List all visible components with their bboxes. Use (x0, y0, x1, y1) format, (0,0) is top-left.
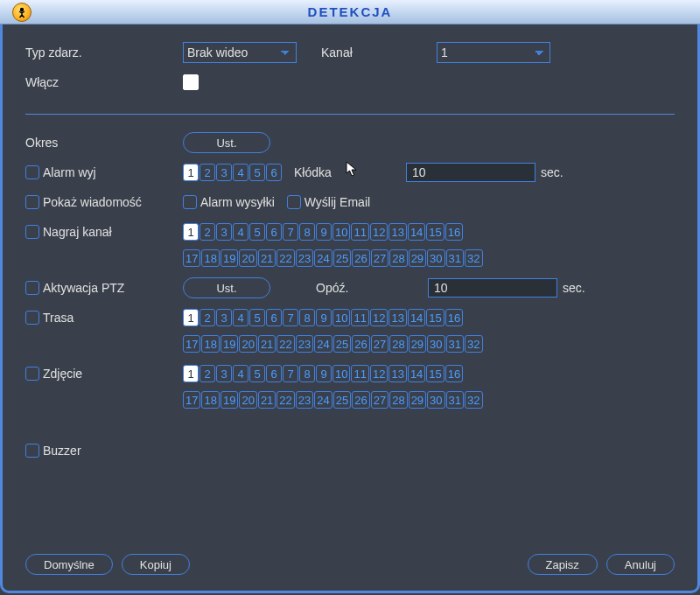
alarm-upload-checkbox[interactable] (183, 195, 197, 209)
channel-box-23[interactable]: 23 (296, 335, 313, 353)
channel-box-27[interactable]: 27 (371, 249, 388, 267)
copy-button[interactable]: Kopiuj (122, 554, 190, 575)
channel-box-1[interactable]: 1 (183, 309, 199, 326)
channel-box-30[interactable]: 30 (427, 335, 444, 353)
channel-box-24[interactable]: 24 (314, 391, 332, 409)
channel-box-27[interactable]: 27 (371, 391, 388, 409)
channel-box-13[interactable]: 13 (388, 223, 406, 241)
channel-box-24[interactable]: 24 (314, 335, 332, 353)
buzzer-checkbox[interactable] (25, 444, 39, 458)
channel-box-31[interactable]: 31 (446, 335, 464, 353)
channel-box-1[interactable]: 1 (183, 223, 199, 241)
channel-box-17[interactable]: 17 (183, 249, 200, 267)
channel-box-16[interactable]: 16 (445, 365, 463, 382)
channel-box-10[interactable]: 10 (332, 365, 350, 382)
channel-box-30[interactable]: 30 (427, 391, 444, 409)
channel-box-2[interactable]: 2 (200, 164, 215, 181)
channel-box-12[interactable]: 12 (370, 309, 388, 326)
channel-box-22[interactable]: 22 (276, 249, 294, 267)
channel-box-18[interactable]: 18 (201, 391, 219, 409)
channel-box-29[interactable]: 29 (409, 249, 426, 267)
channel-box-4[interactable]: 4 (233, 309, 248, 326)
channel-box-4[interactable]: 4 (233, 223, 248, 241)
channel-box-15[interactable]: 15 (426, 309, 444, 326)
channel-box-6[interactable]: 6 (266, 223, 282, 241)
channel-box-15[interactable]: 15 (426, 223, 444, 241)
channel-box-28[interactable]: 28 (389, 249, 407, 267)
channel-box-4[interactable]: 4 (233, 164, 248, 181)
channel-box-23[interactable]: 23 (296, 249, 313, 267)
record-ch-checkbox[interactable] (25, 225, 39, 239)
channel-box-4[interactable]: 4 (233, 365, 248, 382)
latch-input[interactable] (406, 163, 536, 182)
channel-box-12[interactable]: 12 (370, 223, 388, 241)
channel-box-19[interactable]: 19 (220, 249, 238, 267)
channel-box-29[interactable]: 29 (409, 335, 426, 353)
channel-box-25[interactable]: 25 (333, 391, 351, 409)
channel-box-16[interactable]: 16 (445, 309, 463, 326)
channel-box-19[interactable]: 19 (220, 335, 238, 353)
channel-box-25[interactable]: 25 (333, 335, 351, 353)
event-type-select[interactable]: Brak wideo (183, 42, 297, 63)
channel-box-3[interactable]: 3 (216, 223, 232, 241)
channel-box-1[interactable]: 1 (183, 164, 199, 181)
channel-box-6[interactable]: 6 (266, 365, 282, 382)
period-set-button[interactable]: Ust. (183, 132, 270, 153)
enable-checkbox[interactable] (183, 74, 199, 90)
channel-box-32[interactable]: 32 (465, 249, 482, 267)
channel-box-19[interactable]: 19 (220, 391, 238, 409)
alarm-out-checkbox[interactable] (25, 165, 39, 179)
save-button[interactable]: Zapisz (528, 554, 598, 575)
channel-box-2[interactable]: 2 (200, 309, 215, 326)
channel-box-10[interactable]: 10 (332, 223, 350, 241)
ptz-set-button[interactable]: Ust. (183, 277, 270, 298)
channel-box-28[interactable]: 28 (389, 335, 407, 353)
channel-box-31[interactable]: 31 (446, 391, 464, 409)
channel-box-21[interactable]: 21 (258, 391, 276, 409)
channel-box-14[interactable]: 14 (408, 223, 425, 241)
cancel-button[interactable]: Anuluj (606, 554, 675, 575)
channel-box-5[interactable]: 5 (249, 309, 265, 326)
channel-box-14[interactable]: 14 (408, 365, 425, 382)
channel-box-32[interactable]: 32 (465, 335, 482, 353)
channel-box-22[interactable]: 22 (276, 335, 294, 353)
channel-box-24[interactable]: 24 (314, 249, 332, 267)
channel-box-3[interactable]: 3 (216, 309, 232, 326)
channel-box-9[interactable]: 9 (316, 365, 332, 382)
channel-box-15[interactable]: 15 (426, 365, 444, 382)
channel-box-14[interactable]: 14 (408, 309, 425, 326)
default-button[interactable]: Domyślne (25, 554, 113, 575)
channel-box-22[interactable]: 22 (276, 391, 294, 409)
channel-box-5[interactable]: 5 (249, 223, 265, 241)
channel-box-3[interactable]: 3 (216, 365, 232, 382)
channel-box-9[interactable]: 9 (316, 223, 332, 241)
channel-box-26[interactable]: 26 (352, 249, 369, 267)
channel-box-1[interactable]: 1 (183, 365, 199, 382)
channel-box-7[interactable]: 7 (283, 223, 298, 241)
channel-box-16[interactable]: 16 (445, 223, 463, 241)
channel-box-5[interactable]: 5 (249, 365, 265, 382)
channel-box-2[interactable]: 2 (200, 365, 215, 382)
channel-box-7[interactable]: 7 (283, 365, 298, 382)
channel-box-26[interactable]: 26 (352, 335, 369, 353)
channel-box-28[interactable]: 28 (389, 391, 407, 409)
channel-box-6[interactable]: 6 (266, 164, 282, 181)
channel-box-8[interactable]: 8 (299, 309, 315, 326)
channel-box-18[interactable]: 18 (201, 249, 219, 267)
channel-box-11[interactable]: 11 (351, 309, 368, 326)
channel-box-21[interactable]: 21 (258, 335, 276, 353)
channel-box-13[interactable]: 13 (388, 309, 406, 326)
show-msg-checkbox[interactable] (25, 195, 39, 209)
channel-box-8[interactable]: 8 (299, 365, 315, 382)
channel-box-30[interactable]: 30 (427, 249, 444, 267)
channel-box-20[interactable]: 20 (239, 391, 256, 409)
channel-box-21[interactable]: 21 (258, 249, 276, 267)
channel-box-6[interactable]: 6 (266, 309, 282, 326)
channel-box-25[interactable]: 25 (333, 249, 351, 267)
channel-box-7[interactable]: 7 (283, 309, 298, 326)
channel-box-13[interactable]: 13 (388, 365, 406, 382)
channel-box-17[interactable]: 17 (183, 335, 200, 353)
channel-box-10[interactable]: 10 (332, 309, 350, 326)
channel-box-26[interactable]: 26 (352, 391, 369, 409)
channel-select[interactable]: 1 (437, 42, 550, 63)
